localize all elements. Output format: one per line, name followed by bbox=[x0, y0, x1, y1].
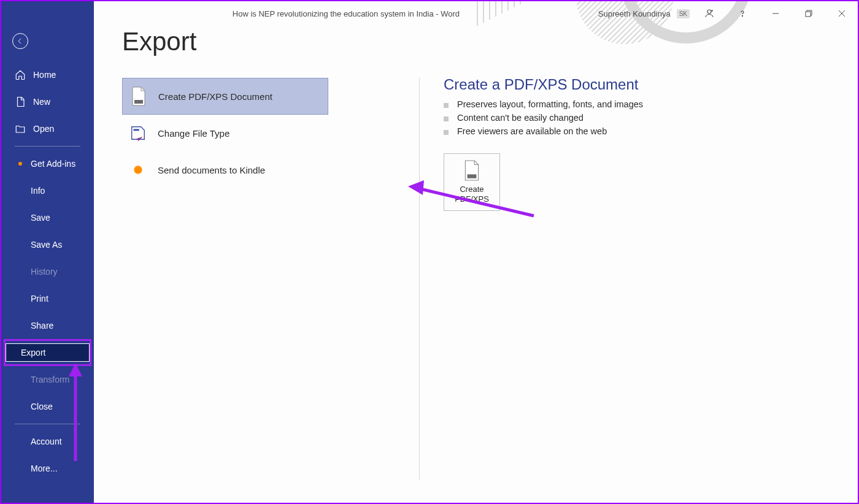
sidebar-item-home[interactable]: Home bbox=[1, 61, 94, 88]
svg-rect-18 bbox=[134, 100, 143, 104]
minimize-button[interactable] bbox=[762, 1, 789, 26]
bullet-icon bbox=[444, 130, 449, 135]
sidebar-label-open: Open bbox=[33, 124, 54, 134]
sidebar-item-close[interactable]: Close bbox=[1, 393, 94, 420]
sidebar-label-more: More... bbox=[31, 464, 58, 473]
sidebar-item-info[interactable]: Info bbox=[1, 177, 94, 204]
new-feature-dot-icon bbox=[18, 162, 22, 166]
detail-heading: Create a PDF/XPS Document bbox=[444, 76, 833, 93]
sidebar-item-get-addins[interactable]: Get Add-ins bbox=[1, 150, 94, 177]
bullet-icon bbox=[444, 103, 449, 108]
sidebar-item-more[interactable]: More... bbox=[1, 455, 94, 482]
sidebar-label-save-as: Save As bbox=[31, 240, 62, 250]
sidebar-item-save-as[interactable]: Save As bbox=[1, 231, 94, 258]
username: Supreeth Koundinya bbox=[598, 9, 671, 18]
sidebar-divider bbox=[15, 424, 80, 424]
svg-rect-19 bbox=[134, 129, 139, 131]
backstage-sidebar: Home New Open Get Add-ins Info Save Save… bbox=[1, 1, 94, 503]
sidebar-label-close: Close bbox=[31, 402, 53, 411]
sidebar-item-open[interactable]: Open bbox=[1, 115, 94, 142]
svg-point-12 bbox=[712, 10, 713, 12]
sidebar-label-transform: Transform bbox=[31, 375, 69, 384]
sidebar-item-transform: Transform bbox=[1, 366, 94, 393]
export-options-list: Create PDF/XPS Document Change File Type… bbox=[122, 78, 328, 188]
export-option-label: Create PDF/XPS Document bbox=[158, 91, 272, 102]
export-option-label: Change File Type bbox=[158, 128, 229, 139]
sidebar-label-print: Print bbox=[31, 294, 48, 304]
pdf-document-icon bbox=[130, 86, 147, 106]
sidebar-label-account: Account bbox=[31, 437, 62, 446]
bullet-text: Free viewers are available on the web bbox=[457, 126, 607, 136]
export-option-create-pdf[interactable]: Create PDF/XPS Document bbox=[122, 78, 328, 115]
sidebar-item-share[interactable]: Share bbox=[1, 312, 94, 339]
sidebar-label-new: New bbox=[33, 97, 50, 107]
export-option-send-kindle[interactable]: Send documents to Kindle bbox=[122, 151, 328, 188]
sidebar-label-export: Export bbox=[21, 348, 45, 357]
kindle-dot-icon bbox=[129, 160, 147, 180]
open-icon bbox=[15, 123, 26, 134]
svg-point-11 bbox=[707, 10, 711, 13]
home-icon bbox=[15, 69, 26, 80]
main-content: Export Create PDF/XPS Document Change Fi… bbox=[94, 1, 858, 503]
sidebar-item-save[interactable]: Save bbox=[1, 204, 94, 231]
bullet-text: Preserves layout, formatting, fonts, and… bbox=[457, 99, 643, 109]
sidebar-item-history: History bbox=[1, 258, 94, 285]
bullet-text: Content can't be easily changed bbox=[457, 113, 584, 123]
coming-soon-icon[interactable] bbox=[696, 1, 723, 26]
export-option-change-file-type[interactable]: Change File Type bbox=[122, 115, 328, 151]
pdf-document-icon bbox=[462, 160, 482, 181]
back-button[interactable] bbox=[12, 33, 28, 49]
vertical-divider bbox=[419, 78, 420, 479]
sidebar-item-print[interactable]: Print bbox=[1, 285, 94, 312]
sidebar-divider bbox=[15, 146, 80, 147]
sidebar-label-save: Save bbox=[31, 213, 50, 223]
create-pdf-xps-button[interactable]: CreatePDF/XPS bbox=[444, 153, 500, 211]
bullet-icon bbox=[444, 116, 449, 121]
svg-rect-20 bbox=[468, 174, 477, 178]
sidebar-item-account[interactable]: Account bbox=[1, 428, 94, 455]
svg-rect-15 bbox=[806, 12, 811, 17]
title-bar: How is NEP revolutionizing the education… bbox=[94, 1, 858, 26]
sidebar-label-history: History bbox=[31, 267, 58, 277]
restore-button[interactable] bbox=[795, 1, 822, 26]
sidebar-item-export[interactable]: Export bbox=[4, 339, 91, 366]
user-initials-badge: SK bbox=[677, 9, 690, 18]
sidebar-label-get-addins: Get Add-ins bbox=[31, 159, 75, 169]
detail-panel: Create a PDF/XPS Document Preserves layo… bbox=[444, 76, 833, 211]
button-label: CreatePDF/XPS bbox=[455, 185, 489, 205]
document-title: How is NEP revolutionizing the education… bbox=[94, 9, 598, 18]
svg-point-13 bbox=[742, 15, 742, 16]
help-icon[interactable] bbox=[729, 1, 756, 26]
detail-bullet-list: Preserves layout, formatting, fonts, and… bbox=[444, 99, 833, 136]
change-file-type-icon bbox=[129, 123, 147, 143]
sidebar-label-home: Home bbox=[33, 70, 56, 80]
sidebar-label-info: Info bbox=[31, 186, 45, 196]
new-icon bbox=[15, 96, 26, 107]
export-option-label: Send documents to Kindle bbox=[158, 165, 265, 175]
sidebar-item-new[interactable]: New bbox=[1, 88, 94, 115]
close-button[interactable] bbox=[828, 1, 855, 26]
sidebar-label-share: Share bbox=[31, 321, 53, 330]
